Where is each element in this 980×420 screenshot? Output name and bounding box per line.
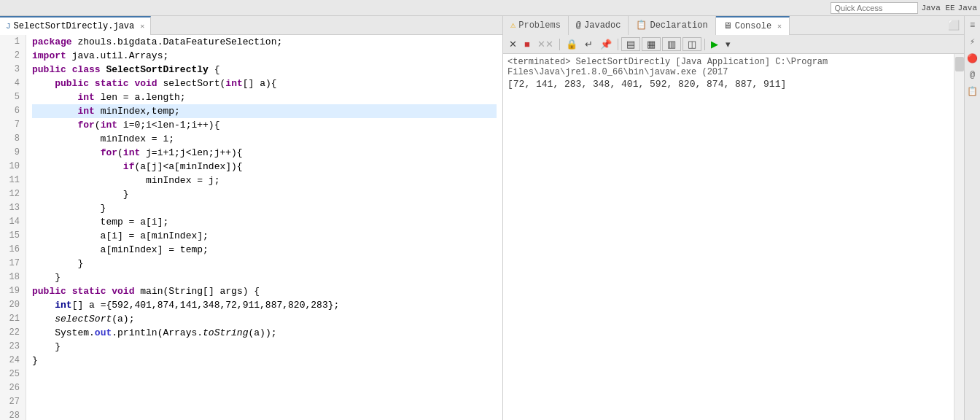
code-line-22: public static void main(String[] args) { bbox=[32, 284, 497, 298]
top-bar-right: Java EE Java bbox=[831, 2, 977, 14]
line-number-3: 3 bbox=[3, 63, 20, 77]
tab-declaration-label: Declaration bbox=[650, 20, 707, 31]
java-file-icon: J bbox=[6, 22, 11, 31]
tab-declaration[interactable]: 📋 Declaration bbox=[629, 16, 715, 35]
line-number-13: 13 bbox=[3, 201, 20, 215]
java-label: Java bbox=[958, 4, 977, 12]
line-numbers: 1234567891011121314151617181920212223242… bbox=[0, 35, 26, 420]
display-selected-console-button[interactable]: ▤ bbox=[621, 37, 640, 51]
line-number-27: 27 bbox=[3, 395, 20, 409]
code-line-15: } bbox=[32, 201, 497, 215]
code-line-16: temp = a[i]; bbox=[32, 215, 497, 229]
code-line-26: } bbox=[32, 340, 497, 354]
code-line-8: int minIndex,temp; bbox=[32, 104, 497, 118]
code-line-11: for(int j=i+1;j<len;j++){ bbox=[32, 146, 497, 160]
side-icon-4[interactable]: @ bbox=[968, 69, 976, 82]
line-number-5: 5 bbox=[3, 90, 20, 104]
scrollbar-thumb[interactable] bbox=[955, 57, 964, 71]
remove-terminated-button[interactable]: ✕✕ bbox=[534, 37, 556, 51]
tab-console-label: Console bbox=[735, 21, 771, 31]
line-number-22: 22 bbox=[3, 326, 20, 340]
line-number-12: 12 bbox=[3, 187, 20, 201]
line-number-24: 24 bbox=[3, 354, 20, 368]
line-number-7: 7 bbox=[3, 118, 20, 132]
code-line-24: selectSort(a); bbox=[32, 312, 497, 326]
code-line-3: import java.util.Arrays; bbox=[32, 49, 497, 63]
editor-tab-bar: J SelectSortDirectly.java ✕ bbox=[0, 16, 502, 35]
line-number-9: 9 bbox=[3, 146, 20, 160]
code-line-9: for(int i=0;i<len-1;i++){ bbox=[32, 118, 497, 132]
tab-problems-label: Problems bbox=[518, 20, 561, 31]
word-wrap-button[interactable]: ↵ bbox=[582, 37, 596, 51]
clear-console-button[interactable]: ✕ bbox=[506, 37, 520, 51]
code-line-17: a[i] = a[minIndex]; bbox=[32, 229, 497, 243]
terminate-button[interactable]: ■ bbox=[521, 37, 533, 51]
line-number-1: 1 bbox=[3, 35, 20, 49]
code-line-12: if(a[j]<a[minIndex]){ bbox=[32, 160, 497, 174]
line-number-2: 2 bbox=[3, 49, 20, 63]
declaration-icon: 📋 bbox=[636, 20, 647, 31]
console-tab-close-icon[interactable]: ✕ bbox=[777, 22, 782, 31]
line-number-28: 28 bbox=[3, 409, 20, 420]
open-console-btn2[interactable]: ◫ bbox=[682, 37, 701, 51]
right-side-panel: ≡ ⚡ 🔴 @ 📋 bbox=[964, 16, 980, 420]
code-line-5: public class SelectSortDirectly { bbox=[32, 63, 497, 77]
line-number-14: 14 bbox=[3, 215, 20, 229]
toolbar-separator-1 bbox=[559, 39, 560, 50]
run-dropdown-button[interactable]: ▾ bbox=[723, 37, 734, 51]
display-selected-console-btn2[interactable]: ▦ bbox=[642, 37, 661, 51]
console-result-line: [72, 141, 283, 348, 401, 592, 820, 874, … bbox=[508, 79, 949, 90]
code-line-10: minIndex = i; bbox=[32, 132, 497, 146]
line-number-11: 11 bbox=[3, 174, 20, 187]
open-console-button[interactable]: ▥ bbox=[662, 37, 681, 51]
code-line-20: } bbox=[32, 271, 497, 284]
side-icon-1[interactable]: ≡ bbox=[968, 19, 976, 32]
code-line-14: } bbox=[32, 187, 497, 201]
line-number-6: 6 bbox=[3, 104, 20, 118]
code-line-7: int len = a.length; bbox=[32, 90, 497, 104]
side-icon-3[interactable]: 🔴 bbox=[965, 52, 979, 66]
line-number-26: 26 bbox=[3, 381, 20, 395]
code-line-18: a[minIndex] = temp; bbox=[32, 243, 497, 257]
console-status-line: <terminated> SelectSortDirectly [Java Ap… bbox=[508, 57, 949, 77]
right-panel: ⚠ Problems @ Javadoc 📋 Declaration 🖥 Con… bbox=[503, 16, 964, 420]
tab-console[interactable]: 🖥 Console ✕ bbox=[716, 16, 790, 35]
code-area: 1234567891011121314151617181920212223242… bbox=[0, 35, 502, 420]
minimize-panel-button[interactable]: ⬜ bbox=[948, 20, 960, 31]
right-tab-bar: ⚠ Problems @ Javadoc 📋 Declaration 🖥 Con… bbox=[503, 16, 964, 35]
side-icon-5[interactable]: 📋 bbox=[965, 85, 979, 98]
code-content: package zhouls.bigdata.DataFeatureSelect… bbox=[26, 35, 502, 420]
pin-console-button[interactable]: 📌 bbox=[597, 37, 615, 51]
javadoc-icon: @ bbox=[576, 20, 581, 31]
console-area: <terminated> SelectSortDirectly [Java Ap… bbox=[503, 54, 964, 420]
line-number-8: 8 bbox=[3, 132, 20, 146]
quick-access-input[interactable] bbox=[831, 2, 918, 14]
line-number-19: 19 bbox=[3, 284, 20, 298]
line-number-25: 25 bbox=[3, 368, 20, 381]
line-number-18: 18 bbox=[3, 271, 20, 284]
console-icon: 🖥 bbox=[723, 20, 732, 31]
problems-icon: ⚠ bbox=[510, 20, 516, 31]
tab-javadoc[interactable]: @ Javadoc bbox=[569, 16, 629, 35]
tab-javadoc-label: Javadoc bbox=[584, 20, 621, 31]
line-number-15: 15 bbox=[3, 229, 20, 243]
code-line-19: } bbox=[32, 257, 497, 271]
run-button[interactable]: ▶ bbox=[708, 37, 721, 51]
side-icon-2[interactable]: ⚡ bbox=[968, 35, 976, 49]
console-scrollbar[interactable] bbox=[954, 54, 964, 420]
tab-problems[interactable]: ⚠ Problems bbox=[503, 16, 569, 35]
line-number-23: 23 bbox=[3, 340, 20, 354]
code-line-1: package zhouls.bigdata.DataFeatureSelect… bbox=[32, 35, 497, 49]
scroll-lock-button[interactable]: 🔒 bbox=[563, 37, 580, 51]
code-line-23: int[] a ={592,401,874,141,348,72,911,887… bbox=[32, 298, 497, 312]
line-number-16: 16 bbox=[3, 243, 20, 257]
line-number-10: 10 bbox=[3, 160, 20, 174]
toolbar-separator-2 bbox=[618, 39, 618, 50]
top-bar: Java EE Java bbox=[0, 0, 980, 16]
editor-tab-close-icon[interactable]: ✕ bbox=[140, 22, 144, 31]
editor-tab-select-sort[interactable]: J SelectSortDirectly.java ✕ bbox=[0, 16, 151, 35]
code-line-13: minIndex = j; bbox=[32, 174, 497, 187]
java-ee-label: Java EE bbox=[921, 4, 954, 12]
code-line-25: System.out.println(Arrays.toString(a)); bbox=[32, 326, 497, 340]
console-toolbar: ✕ ■ ✕✕ 🔒 ↵ 📌 ▤ ▦ ▥ ◫ ▶ ▾ bbox=[503, 35, 964, 54]
